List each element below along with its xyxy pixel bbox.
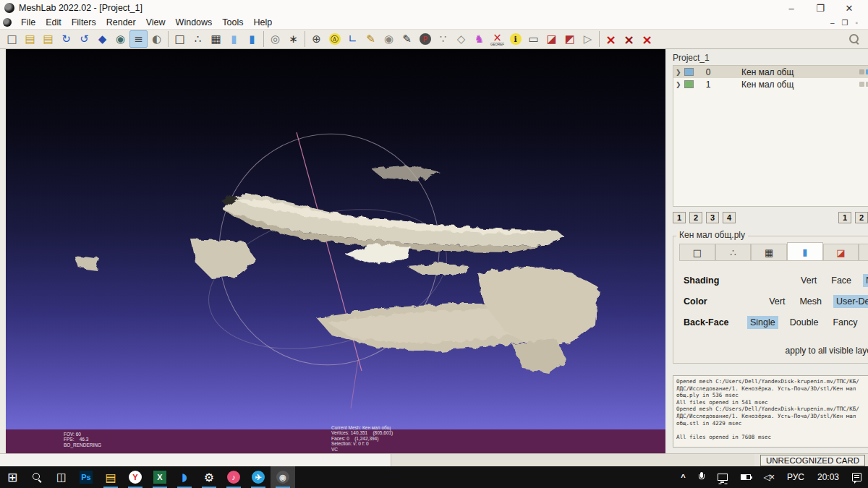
layer-flag-icon[interactable] (859, 82, 864, 87)
select-vertices-icon[interactable]: ▭ (524, 30, 542, 48)
draw-bbox-icon[interactable]: □ (171, 30, 189, 48)
language-indicator[interactable]: РУС (780, 466, 811, 488)
option-double[interactable]: Double (787, 316, 822, 329)
minimize-button[interactable]: – (777, 0, 806, 16)
globe-shader-icon[interactable]: ◐ (148, 30, 166, 48)
tab-texture[interactable]: ▩ (859, 244, 868, 260)
delete-selected-faces-icon[interactable]: × (620, 30, 638, 48)
select-arrow-icon[interactable]: ▷ (579, 30, 597, 48)
expand-arrow-icon[interactable]: ❯ (676, 81, 681, 88)
menu-edit[interactable]: Edit (41, 17, 67, 27)
delete-selection-icon[interactable]: × (638, 30, 656, 48)
option-fancy[interactable]: Fancy (830, 316, 860, 329)
3d-viewport[interactable]: FOV: 60 FPS: 46.3 BO_RENDERING Current M… (6, 49, 665, 453)
bookmark-button-3[interactable]: 3 (706, 212, 719, 223)
file-explorer-icon[interactable]: ▤ (98, 466, 123, 488)
mdi-close-button[interactable]: ▪ (855, 19, 858, 27)
bookmark-button-1[interactable]: 1 (838, 212, 851, 223)
yandex-browser-icon[interactable]: Y (123, 466, 148, 488)
mdi-restore-button[interactable]: ❐ (841, 19, 848, 27)
trackball-icon[interactable]: ◎ (266, 30, 284, 48)
snapshot-camera-icon[interactable]: ◉ (111, 30, 129, 48)
action-center-icon[interactable] (846, 466, 868, 488)
task-view-icon[interactable]: ◫ (49, 466, 74, 488)
delete-selected-vertices-icon[interactable]: × (602, 30, 620, 48)
tab-solid[interactable]: ▮ (787, 242, 823, 260)
georef-icon[interactable]: ×GEOREF (488, 30, 506, 48)
settings-gear-icon[interactable]: ⚙ (197, 466, 221, 488)
menu-windows[interactable]: Windows (171, 17, 218, 27)
option-mesh[interactable]: Mesh (796, 295, 825, 308)
draw-flat-cylinder-icon[interactable]: ▮ (225, 30, 243, 48)
georef-rabbit-icon[interactable]: ♞ (470, 30, 488, 48)
swoosh-app-icon[interactable]: ◗ (172, 466, 197, 488)
menu-filters[interactable]: Filters (67, 17, 101, 27)
menu-view[interactable]: View (141, 17, 171, 27)
search-icon[interactable] (25, 466, 49, 488)
restore-button[interactable]: ❐ (806, 0, 835, 16)
muted-speaker-icon[interactable]: ◁× (757, 466, 780, 488)
align-plane-icon[interactable]: ◇ (452, 30, 470, 48)
clock[interactable]: 20:03 (811, 466, 846, 488)
draw-wireframe-icon[interactable]: ▦ (207, 30, 225, 48)
close-button[interactable]: ✕ (835, 0, 864, 16)
menu-render[interactable]: Render (101, 17, 141, 27)
option-user-def[interactable]: User-Def (833, 295, 868, 308)
show-axes-icon[interactable]: ∗ (284, 30, 302, 48)
pp-plugin-icon[interactable]: P (416, 30, 434, 48)
select-faces-icon[interactable]: ◪ (542, 30, 561, 48)
compass-icon[interactable]: ⊕ (307, 30, 326, 48)
save-icon[interactable]: ◆ (93, 30, 111, 48)
option-vert[interactable]: Vert (798, 274, 820, 287)
excel-icon[interactable]: X (148, 466, 172, 488)
pen-tool-icon[interactable]: ✎ (398, 30, 416, 48)
option-single[interactable]: Single (747, 316, 778, 329)
tab-bbox[interactable]: □ (679, 244, 715, 260)
point-picking-icon[interactable]: ∵ (434, 30, 452, 48)
expand-arrow-icon[interactable]: ❯ (676, 69, 681, 76)
open-project-icon[interactable]: ▤ (21, 30, 39, 48)
bookmark-button-4[interactable]: 4 (723, 212, 736, 223)
import-mesh-icon[interactable]: ▤ (39, 30, 57, 48)
start-button[interactable]: ⊞ (0, 466, 25, 488)
dock-title-bar[interactable]: Project_1 ❐ ✕ (673, 51, 868, 65)
new-document-icon[interactable]: □ (3, 30, 21, 48)
layer-row[interactable]: ❯0Кен мал общ (673, 66, 868, 78)
option-vert[interactable]: Vert (766, 295, 788, 308)
photoshop-icon[interactable]: Ps (74, 466, 98, 488)
bookmark-button-2[interactable]: 2 (689, 212, 702, 223)
raster-alignment-icon[interactable]: ◉ (380, 30, 398, 48)
measure-axis-icon[interactable]: ∟ (344, 30, 362, 48)
draw-smooth-cylinder-icon[interactable]: ▮ (243, 30, 261, 48)
itunes-icon[interactable]: ♪ (221, 466, 246, 488)
tab-points[interactable]: ∴ (715, 244, 752, 260)
text-annotation-icon[interactable]: Ⓐ (326, 30, 344, 48)
search-filter-icon[interactable] (849, 34, 859, 44)
coin-edit-icon[interactable]: ✎ (362, 30, 380, 48)
option-none[interactable]: None (863, 274, 868, 287)
layer-list[interactable]: ❯0Кен мал общ❯1Кен мал общ (673, 65, 868, 207)
layer-flag-icon[interactable] (859, 69, 864, 74)
bookmark-button-1[interactable]: 1 (673, 212, 686, 223)
battery-icon[interactable] (734, 466, 757, 488)
telegram-icon[interactable]: ✈ (246, 466, 271, 488)
show-layers-icon[interactable]: ≡ (129, 30, 148, 48)
option-face[interactable]: Face (828, 274, 854, 287)
menu-file[interactable]: File (16, 17, 41, 27)
mdi-minimize-button[interactable]: – (830, 19, 835, 27)
display-network-icon[interactable] (711, 466, 734, 488)
bookmark-button-2[interactable]: 2 (855, 212, 868, 223)
reload-mesh-icon[interactable]: ↻ (57, 30, 75, 48)
info-icon[interactable]: ℹ (506, 30, 524, 48)
tray-expand-icon[interactable]: ^ (674, 466, 692, 488)
tab-flat[interactable]: ◪ (823, 244, 859, 260)
draw-points-icon[interactable]: ∴ (189, 30, 207, 48)
select-faces-add-icon[interactable]: ◩ (561, 30, 579, 48)
microphone-icon[interactable] (692, 466, 711, 488)
reload-all-icon[interactable]: ↺ (75, 30, 93, 48)
tab-wireframe[interactable]: ▦ (751, 244, 787, 260)
layer-row[interactable]: ❯1Кен мал общ (673, 78, 868, 90)
menu-tools[interactable]: Tools (217, 17, 248, 27)
meshlab-icon[interactable]: ◉ (271, 466, 295, 488)
menu-help[interactable]: Help (249, 17, 278, 27)
